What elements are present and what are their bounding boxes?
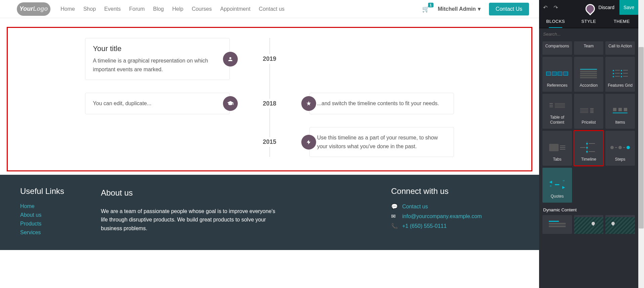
- discard-button[interactable]: Discard: [594, 1, 619, 14]
- timeline-card[interactable]: Your title A timeline is a graphical rep…: [85, 38, 230, 80]
- timeline-row-2019: Your title A timeline is a graphical rep…: [21, 38, 518, 80]
- footer-connect: Connect with us 💬 Contact us ✉ info@your…: [391, 187, 519, 238]
- nav-appointment[interactable]: Appointment: [220, 6, 251, 12]
- phone-icon: 📞: [391, 223, 397, 229]
- block-tabs[interactable]: Tabs: [542, 131, 572, 166]
- star-icon: [301, 96, 316, 111]
- user-menu[interactable]: Mitchell Admin ▾: [438, 6, 481, 12]
- tab-theme[interactable]: THEME: [605, 15, 638, 28]
- footer-useful-links: Useful Links Home About us Products Serv…: [20, 187, 81, 238]
- timeline: Your title A timeline is a graphical rep…: [21, 38, 518, 157]
- footer-heading: Connect with us: [391, 187, 519, 196]
- block-features-grid[interactable]: Features Grid: [605, 57, 635, 92]
- contact-us-button[interactable]: Contact Us: [489, 3, 529, 15]
- footer-email-link[interactable]: info@yourcompany.example.com: [402, 213, 482, 219]
- block-label: Timeline: [581, 157, 596, 162]
- timeline-card[interactable]: Use this timeline as a part of your resu…: [309, 127, 454, 157]
- bolt-icon: [301, 135, 316, 150]
- footer-phone[interactable]: +1 (650) 555-0111: [402, 223, 447, 229]
- block-table-of-content[interactable]: Table of Content: [542, 94, 572, 129]
- editor-tabs: BLOCKS STYLE THEME: [539, 15, 638, 28]
- block-label: Features Grid: [608, 83, 632, 88]
- block-label: Team: [584, 44, 594, 49]
- timeline-card-text[interactable]: Use this timeline as a part of your resu…: [317, 133, 446, 151]
- logo-text-2: Logo: [33, 5, 48, 12]
- scrollbar-thumb[interactable]: [639, 47, 644, 229]
- timeline-snippet-selection[interactable]: Your title A timeline is a graphical rep…: [7, 27, 532, 171]
- block-label: Pricelist: [581, 120, 596, 125]
- timeline-year: 2018: [263, 99, 276, 109]
- nav-courses[interactable]: Courses: [192, 6, 212, 12]
- nav-events[interactable]: Events: [104, 6, 121, 12]
- footer-contact-link[interactable]: Contact us: [402, 204, 428, 210]
- cart-badge: 1: [428, 3, 433, 7]
- tab-blocks[interactable]: BLOCKS: [539, 15, 572, 28]
- block-dynamic-map-1[interactable]: [574, 215, 604, 234]
- footer-about-text: We are a team of passionate people whose…: [101, 207, 276, 233]
- search-input[interactable]: [539, 28, 638, 40]
- block-dynamic-1[interactable]: [542, 215, 572, 234]
- nav-contact[interactable]: Contact us: [259, 6, 285, 12]
- block-label: Steps: [615, 157, 626, 162]
- block-items[interactable]: Items: [605, 94, 635, 129]
- logo-text-1: Your: [20, 5, 33, 12]
- timeline-card-text[interactable]: You can edit, duplicate...: [93, 99, 222, 108]
- redo-button[interactable]: ↷: [554, 4, 558, 11]
- tab-style[interactable]: STYLE: [572, 15, 605, 28]
- timeline-card-text[interactable]: ...and switch the timeline contents to f…: [317, 99, 446, 108]
- block-comparisons[interactable]: Comparisons: [542, 41, 572, 55]
- footer-heading: About us: [101, 187, 276, 199]
- block-dynamic-map-2[interactable]: [605, 215, 635, 234]
- speech-icon: 💬: [391, 203, 397, 210]
- chevron-down-icon: ▾: [478, 6, 481, 12]
- editor-sidebar: ↶ ↷ Discard Save BLOCKS STYLE THEME Comp…: [539, 0, 638, 288]
- block-call-to-action[interactable]: Call to Action: [605, 41, 635, 55]
- block-team[interactable]: Team: [574, 41, 604, 55]
- block-pricelist[interactable]: Pricelist: [574, 94, 604, 129]
- block-steps[interactable]: Steps: [605, 131, 635, 166]
- graduation-icon: [223, 96, 238, 111]
- cart-button[interactable]: 🛒 1: [422, 5, 429, 13]
- nav-shop[interactable]: Shop: [83, 6, 96, 12]
- footer-heading: Useful Links: [20, 187, 81, 196]
- timeline-card[interactable]: You can edit, duplicate...: [85, 93, 230, 114]
- block-label: Table of Content: [544, 115, 571, 125]
- site-logo[interactable]: YourLogo: [17, 2, 50, 16]
- timeline-row-2015: 2015 Use this timeline as a part of your…: [21, 127, 518, 157]
- section-dynamic-content: Dynamic Content: [543, 207, 635, 212]
- timeline-year: 2019: [263, 54, 276, 64]
- timeline-card[interactable]: ...and switch the timeline contents to f…: [309, 93, 454, 114]
- nav-help[interactable]: Help: [172, 6, 183, 12]
- block-accordion[interactable]: Accordion: [574, 57, 604, 92]
- save-button[interactable]: Save: [619, 0, 638, 15]
- timeline-card-desc[interactable]: A timeline is a graphical representation…: [93, 56, 222, 74]
- undo-button[interactable]: ↶: [543, 4, 547, 11]
- timeline-row-2018: You can edit, duplicate... 2018: [21, 90, 518, 117]
- block-label: Accordion: [580, 83, 598, 88]
- nav-forum[interactable]: Forum: [129, 6, 145, 12]
- main-nav: Home Shop Events Forum Blog Help Courses…: [61, 6, 285, 12]
- footer-link-about[interactable]: About us: [20, 212, 81, 218]
- vertical-scrollbar[interactable]: [638, 0, 644, 288]
- footer-link-products[interactable]: Products: [20, 221, 81, 227]
- block-references[interactable]: References: [542, 57, 572, 92]
- timeline-card-title[interactable]: Your title: [93, 44, 222, 53]
- site-header: YourLogo Home Shop Events Forum Blog Hel…: [0, 0, 539, 18]
- footer-link-services[interactable]: Services: [20, 230, 81, 236]
- block-label: Quotes: [551, 194, 564, 199]
- block-label: Items: [615, 120, 625, 125]
- nav-blog[interactable]: Blog: [153, 6, 164, 12]
- block-label: Tabs: [553, 157, 561, 162]
- footer-link-home[interactable]: Home: [20, 203, 81, 209]
- site-footer: Useful Links Home About us Products Serv…: [0, 175, 539, 250]
- footer-about: About us We are a team of passionate peo…: [101, 187, 276, 238]
- block-timeline[interactable]: Timeline: [574, 131, 604, 166]
- block-search: [539, 28, 638, 40]
- block-quotes[interactable]: ◄ " " ► Quotes: [542, 168, 572, 203]
- nav-home[interactable]: Home: [61, 6, 75, 12]
- timeline-year: 2015: [263, 137, 276, 147]
- person-icon: [223, 52, 238, 67]
- block-label: Comparisons: [545, 44, 569, 49]
- envelope-icon: ✉: [391, 213, 397, 219]
- user-name: Mitchell Admin: [438, 6, 476, 12]
